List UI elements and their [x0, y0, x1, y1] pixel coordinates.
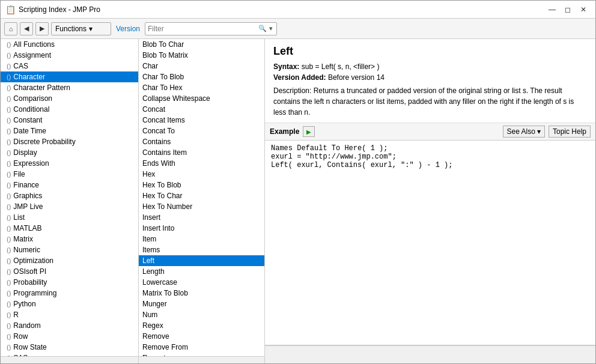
- maximize-button[interactable]: ◻: [561, 4, 575, 16]
- function-item-blob-to-char[interactable]: Blob To Char: [139, 39, 264, 50]
- sidebar-item-all-functions[interactable]: ()All Functions: [1, 39, 138, 50]
- description-value: Returns a truncated or padded version of…: [273, 86, 574, 117]
- function-item-matrix-to-blob[interactable]: Matrix To Blob: [139, 288, 264, 299]
- function-item-char[interactable]: Char: [139, 61, 264, 71]
- function-item-ends-with[interactable]: Ends With: [139, 158, 264, 169]
- sidebar-item-row-state[interactable]: ()Row State: [1, 342, 138, 353]
- mid-panel-scrollbar[interactable]: [139, 356, 264, 363]
- sidebar-item-assignment[interactable]: ()Assignment: [1, 50, 138, 61]
- sidebar-item-expression[interactable]: ()Expression: [1, 158, 138, 169]
- list-item-prefix-icon: (): [7, 309, 11, 320]
- version-added-value: Before version 14: [328, 73, 385, 82]
- function-item-insert[interactable]: Insert: [139, 212, 264, 223]
- function-item-num[interactable]: Num: [139, 309, 264, 320]
- function-item-length[interactable]: Length: [139, 266, 264, 277]
- function-item-left[interactable]: Left: [139, 255, 264, 266]
- sidebar-item-list[interactable]: ()List: [1, 212, 138, 223]
- version-added-label: Version Added:: [273, 73, 326, 82]
- category-list: ()All Functions()Assignment()CAS()Charac…: [1, 39, 138, 356]
- sidebar-item-character[interactable]: ()Character: [1, 71, 138, 82]
- search-dropdown-button[interactable]: ▾: [268, 25, 274, 32]
- detail-header: Left Syntax: sub = Left( s, n, <filler> …: [265, 39, 595, 123]
- search-button[interactable]: 🔍: [257, 25, 268, 32]
- function-item-contains[interactable]: Contains: [139, 136, 264, 147]
- version-link[interactable]: Version: [114, 23, 142, 34]
- sidebar-item-character-pattern[interactable]: ()Character Pattern: [1, 82, 138, 93]
- sidebar-item-conditional[interactable]: ()Conditional: [1, 104, 138, 115]
- sidebar-item-constant[interactable]: ()Constant: [1, 115, 138, 126]
- sidebar-item-graphics[interactable]: ()Graphics: [1, 190, 138, 201]
- function-item-char-to-blob[interactable]: Char To Blob: [139, 71, 264, 82]
- run-icon: ▶: [306, 129, 311, 135]
- sidebar-item-label: Optimization: [13, 255, 53, 266]
- sidebar-item-numeric[interactable]: ()Numeric: [1, 244, 138, 255]
- topic-help-button[interactable]: Topic Help: [549, 126, 591, 138]
- function-item-item[interactable]: Item: [139, 234, 264, 244]
- sidebar-item-r[interactable]: ()R: [1, 309, 138, 320]
- search-box: 🔍 ▾: [145, 22, 277, 35]
- left-panel-scrollbar[interactable]: [1, 356, 138, 363]
- sidebar-item-label: Character: [13, 71, 45, 82]
- category-dropdown[interactable]: Functions ▾: [51, 22, 111, 35]
- sidebar-item-optimization[interactable]: ()Optimization: [1, 255, 138, 266]
- see-also-button[interactable]: See Also ▾: [503, 126, 545, 138]
- sidebar-item-finance[interactable]: ()Finance: [1, 180, 138, 190]
- sidebar-item-programming[interactable]: ()Programming: [1, 288, 138, 299]
- sidebar-item-osisoft-pi[interactable]: ()OSIsoft PI: [1, 266, 138, 277]
- example-bar: Example ▶ See Also ▾ Topic Help: [265, 123, 595, 141]
- sidebar-item-matrix[interactable]: ()Matrix: [1, 234, 138, 244]
- sidebar-item-discrete-probability[interactable]: ()Discrete Probability: [1, 136, 138, 147]
- function-item-hex-to-char[interactable]: Hex To Char: [139, 190, 264, 201]
- back-button[interactable]: ◀: [20, 22, 33, 35]
- sidebar-item-label: Programming: [13, 288, 56, 299]
- sidebar-item-matlab[interactable]: ()MATLAB: [1, 223, 138, 234]
- function-item-char-to-hex[interactable]: Char To Hex: [139, 82, 264, 93]
- function-item-concat-to[interactable]: Concat To: [139, 126, 264, 136]
- list-item-prefix-icon: (): [7, 201, 11, 212]
- function-item-hex-to-blob[interactable]: Hex To Blob: [139, 180, 264, 190]
- list-item-prefix-icon: (): [7, 190, 11, 201]
- sidebar-item-cas[interactable]: ()CAS: [1, 61, 138, 71]
- close-button[interactable]: ✕: [576, 4, 591, 16]
- function-item-concat[interactable]: Concat: [139, 104, 264, 115]
- function-item-contains-item[interactable]: Contains Item: [139, 147, 264, 158]
- bottom-strip: [265, 345, 595, 363]
- home-button[interactable]: ⌂: [4, 22, 17, 35]
- function-item-hex-to-number[interactable]: Hex To Number: [139, 201, 264, 212]
- minimize-button[interactable]: —: [545, 4, 559, 16]
- sidebar-item-label: Row: [13, 331, 28, 342]
- function-item-concat-items[interactable]: Concat Items: [139, 115, 264, 126]
- sidebar-item-label: Random: [13, 320, 40, 331]
- function-item-collapse-whitespace[interactable]: Collapse Whitespace: [139, 93, 264, 104]
- sidebar-item-display[interactable]: ()Display: [1, 147, 138, 158]
- run-example-button[interactable]: ▶: [303, 126, 315, 137]
- sidebar-item-random[interactable]: ()Random: [1, 320, 138, 331]
- function-item-items[interactable]: Items: [139, 244, 264, 255]
- function-item-hex[interactable]: Hex: [139, 169, 264, 180]
- sidebar-item-date-time[interactable]: ()Date Time: [1, 126, 138, 136]
- function-item-remove-from[interactable]: Remove From: [139, 342, 264, 353]
- sidebar-item-label: Date Time: [13, 126, 46, 136]
- list-item-prefix-icon: (): [7, 277, 11, 288]
- function-item-remove[interactable]: Remove: [139, 331, 264, 342]
- sidebar-item-jmp-live[interactable]: ()JMP Live: [1, 201, 138, 212]
- function-item-blob-to-matrix[interactable]: Blob To Matrix: [139, 50, 264, 61]
- list-item-prefix-icon: (): [7, 244, 11, 255]
- sidebar-item-file[interactable]: ()File: [1, 169, 138, 180]
- function-item-regex[interactable]: Regex: [139, 320, 264, 331]
- sidebar-item-row[interactable]: ()Row: [1, 331, 138, 342]
- function-item-insert-into[interactable]: Insert Into: [139, 223, 264, 234]
- toolbar: ⌂ ◀ ▶ Functions ▾ Version 🔍 ▾: [1, 19, 595, 39]
- sidebar-item-label: Python: [13, 299, 35, 309]
- list-item-prefix-icon: (): [7, 71, 11, 82]
- search-input[interactable]: [148, 25, 257, 33]
- sidebar-item-python[interactable]: ()Python: [1, 299, 138, 309]
- dropdown-label: Functions: [55, 25, 87, 33]
- function-item-lowercase[interactable]: Lowercase: [139, 277, 264, 288]
- sidebar-item-label: JMP Live: [13, 201, 43, 212]
- sidebar-item-comparison[interactable]: ()Comparison: [1, 93, 138, 104]
- forward-button[interactable]: ▶: [35, 22, 49, 35]
- sidebar-item-probability[interactable]: ()Probability: [1, 277, 138, 288]
- function-item-munger[interactable]: Munger: [139, 299, 264, 309]
- list-item-prefix-icon: (): [7, 82, 11, 93]
